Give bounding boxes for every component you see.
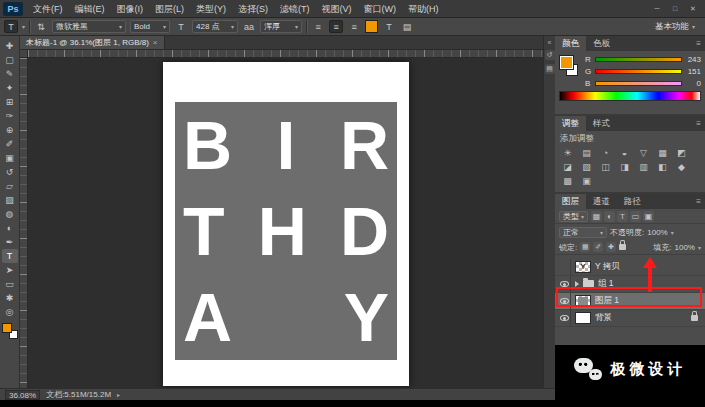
blend-mode-select[interactable]: 正常 ▾ xyxy=(559,227,607,238)
document-tab[interactable]: 未标题-1 @ 36.1%(图层 1, RGB/8) × xyxy=(20,36,165,49)
panel-menu-icon[interactable]: ≡ xyxy=(692,194,705,209)
zoom-tool-icon[interactable]: ◎ xyxy=(2,305,18,319)
layer-thumbnail[interactable] xyxy=(575,295,591,307)
fill-value[interactable]: 100% xyxy=(675,243,695,252)
type-filter-icon[interactable]: T xyxy=(617,211,628,222)
tab-color[interactable]: 颜色 xyxy=(555,36,586,51)
exposure-icon[interactable]: ◒ xyxy=(615,146,634,160)
status-arrow-icon[interactable]: ▸ xyxy=(117,391,120,398)
align-center-icon[interactable]: ≡ xyxy=(329,20,343,33)
anti-alias-select[interactable]: 浑厚 ▾ xyxy=(260,20,302,33)
tab-swatches[interactable]: 色板 xyxy=(586,36,617,51)
tab-adjustments[interactable]: 调整 xyxy=(555,116,586,131)
tab-layers[interactable]: 图层 xyxy=(555,194,586,209)
red-slider[interactable] xyxy=(595,57,682,62)
color-spectrum-ramp[interactable] xyxy=(559,91,701,101)
history-brush-tool-icon[interactable]: ↺ xyxy=(2,165,18,179)
workspace-button[interactable]: 基本功能 ▾ xyxy=(649,21,701,33)
menu-item[interactable]: 帮助(H) xyxy=(402,0,445,18)
gradient-tool-icon[interactable]: ▨ xyxy=(2,193,18,207)
hand-tool-icon[interactable]: ✱ xyxy=(2,291,18,305)
lock-transparency-icon[interactable]: ▦ xyxy=(580,242,590,252)
invert-icon[interactable]: ▥ xyxy=(634,160,653,174)
dodge-tool-icon[interactable]: ◐ xyxy=(2,221,18,235)
shape-tool-icon[interactable]: ▭ xyxy=(2,277,18,291)
align-left-icon[interactable]: ≡ xyxy=(311,20,325,33)
green-value[interactable]: 151 xyxy=(685,67,701,76)
path-selection-tool-icon[interactable]: ➤ xyxy=(2,263,18,277)
smart-object-filter-icon[interactable]: ▣ xyxy=(643,211,654,222)
black-white-icon[interactable]: ◪ xyxy=(558,160,577,174)
posterize-icon[interactable]: ◧ xyxy=(653,160,672,174)
text-color-swatch[interactable] xyxy=(365,20,378,33)
align-right-icon[interactable]: ≡ xyxy=(347,20,361,33)
foreground-color-swatch[interactable] xyxy=(2,323,12,333)
channel-mixer-icon[interactable]: ◫ xyxy=(596,160,615,174)
chevron-down-icon[interactable]: ▾ xyxy=(698,244,701,251)
layer-row-y-copy[interactable]: Y Y 拷贝 xyxy=(555,259,705,276)
color-lookup-icon[interactable]: ◨ xyxy=(615,160,634,174)
expand-panels-icon[interactable]: « xyxy=(548,39,552,46)
menu-item[interactable]: 编辑(E) xyxy=(69,0,111,18)
layer-name[interactable]: 组 1 xyxy=(598,278,614,290)
quick-selection-tool-icon[interactable]: ✦ xyxy=(2,81,18,95)
move-tool-icon[interactable]: ✚ xyxy=(2,39,18,53)
foreground-color-swatch[interactable] xyxy=(560,56,573,69)
panel-menu-icon[interactable]: ≡ xyxy=(692,36,705,51)
current-tool-icon[interactable]: T xyxy=(4,20,18,33)
type-tool-icon[interactable]: T xyxy=(2,249,18,263)
pen-tool-icon[interactable]: ✒ xyxy=(2,235,18,249)
layer-row-background[interactable]: 背景 xyxy=(555,310,705,327)
toggle-panels-icon[interactable]: ▤ xyxy=(400,20,414,33)
lock-pixels-icon[interactable]: ✐ xyxy=(593,242,603,252)
canvas-page[interactable]: BIR THD AY xyxy=(163,62,409,386)
layer-thumbnail[interactable] xyxy=(575,312,591,324)
tab-styles[interactable]: 样式 xyxy=(586,116,617,131)
expand-group-icon[interactable] xyxy=(575,281,579,287)
zoom-level-input[interactable]: 36.08% xyxy=(5,390,40,400)
chevron-down-icon[interactable]: ▾ xyxy=(671,229,674,236)
blur-tool-icon[interactable]: ◍ xyxy=(2,207,18,221)
filter-type-select[interactable]: 类型 ▾ xyxy=(559,211,588,222)
levels-icon[interactable]: ▤ xyxy=(577,146,596,160)
pixel-filter-icon[interactable]: ▦ xyxy=(591,211,602,222)
lasso-tool-icon[interactable]: ✎ xyxy=(2,67,18,81)
lock-all-icon[interactable] xyxy=(619,244,626,250)
tab-channels[interactable]: 通道 xyxy=(586,194,617,209)
layer-name[interactable]: 背景 xyxy=(595,312,612,324)
green-slider[interactable] xyxy=(595,69,682,74)
layer-name[interactable]: Y 拷贝 xyxy=(595,261,620,273)
visibility-toggle[interactable] xyxy=(558,293,571,310)
text-orientation-icon[interactable]: ⇅ xyxy=(34,20,48,33)
menu-item[interactable]: 窗口(W) xyxy=(358,0,403,18)
tool-preset-caret-icon[interactable]: ▾ xyxy=(22,23,25,30)
menu-item[interactable]: 滤镜(T) xyxy=(274,0,316,18)
selective-color-icon[interactable]: ▣ xyxy=(577,174,596,188)
opacity-value[interactable]: 100% xyxy=(647,228,667,237)
font-style-select[interactable]: Bold ▾ xyxy=(130,20,170,33)
blue-slider[interactable] xyxy=(595,81,682,86)
curves-icon[interactable]: ◔ xyxy=(596,146,615,160)
healing-brush-tool-icon[interactable]: ⊕ xyxy=(2,123,18,137)
blue-value[interactable]: 0 xyxy=(685,79,701,88)
menu-item[interactable]: 视图(V) xyxy=(316,0,358,18)
panel-menu-icon[interactable]: ≡ xyxy=(692,116,705,131)
tab-paths[interactable]: 路径 xyxy=(617,194,648,209)
brush-tool-icon[interactable]: ✐ xyxy=(2,137,18,151)
menu-item[interactable]: 类型(Y) xyxy=(190,0,232,18)
menu-item[interactable]: 图像(I) xyxy=(111,0,150,18)
layer-row-layer-1[interactable]: 图层 1 xyxy=(555,293,705,310)
adjustment-filter-icon[interactable]: ◐ xyxy=(604,211,615,222)
minimize-icon[interactable]: ─ xyxy=(649,3,665,15)
color-balance-icon[interactable]: ◩ xyxy=(672,146,691,160)
crop-tool-icon[interactable]: ⊞ xyxy=(2,95,18,109)
brightness-contrast-icon[interactable]: ☀ xyxy=(558,146,577,160)
marquee-tool-icon[interactable]: ▢ xyxy=(2,53,18,67)
threshold-icon[interactable]: ◆ xyxy=(672,160,691,174)
menu-item[interactable]: 文件(F) xyxy=(27,0,69,18)
tab-close-icon[interactable]: × xyxy=(153,38,158,47)
font-size-select[interactable]: 428 点 ▾ xyxy=(192,20,238,33)
maximize-icon[interactable]: □ xyxy=(667,3,683,15)
warp-text-icon[interactable]: T xyxy=(382,20,396,33)
visibility-toggle[interactable] xyxy=(558,259,571,276)
